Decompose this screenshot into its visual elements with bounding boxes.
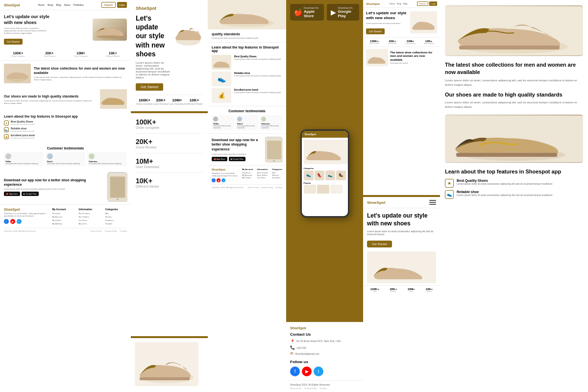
col6-feature-2: 👟 Reliable shoe Lorem ipsum dolor sit am… <box>445 190 583 199</box>
col5-previews: ShoeSpot HomeShopBlog Register Login Let… <box>363 0 440 392</box>
follow-twitter[interactable]: t <box>314 367 323 376</box>
nav-links: Home Shop Blog About Portfolios <box>38 3 83 6</box>
collection-desc: Lorem ipsum dolor sit amet, consectetur … <box>34 76 127 81</box>
feature-quality: ★ Best Quality Shoes Lorem ipsum dolor s… <box>4 120 127 125</box>
features-title: Learn about the top features in Shoespot… <box>4 115 127 118</box>
location-icon: 📍 <box>290 340 295 344</box>
collection-section: The latest shoe collections for men and … <box>0 61 131 86</box>
apple-store-big-btn[interactable]: 🍎 Download On Apple Store <box>290 4 324 21</box>
reliable-thumb: 👟 <box>212 72 231 86</box>
col6-quality-title: Our shoes are made to high quality stand… <box>445 91 583 98</box>
col3-apple-btn[interactable]: 🍎App Store <box>212 157 227 161</box>
copyright: ShoeSpot 2024, All Rights Reserved <box>4 230 36 232</box>
google-play-big-btn[interactable]: ▶ Download On Google Play <box>327 4 359 21</box>
col6-features-text: Learn about the top features in Shoespot… <box>445 168 583 198</box>
hamburger-menu[interactable] <box>429 199 436 206</box>
mini-register-btn[interactable]: Register <box>417 1 428 6</box>
top-shoe-showcase <box>445 5 583 56</box>
facebook-icon[interactable]: f <box>4 219 9 224</box>
col3-phone <box>265 137 282 162</box>
zoomed-hero-card: ShoeSpot Let's update our style with new… <box>131 0 208 111</box>
register-button[interactable]: Register <box>101 2 116 8</box>
hero-shoe-image <box>93 19 127 41</box>
phone-icon: 📞 <box>290 345 295 350</box>
login-button[interactable]: Login <box>117 2 127 8</box>
svg-rect-28 <box>456 153 557 157</box>
app-section: Download our app now for a better shoe s… <box>0 169 131 204</box>
col3-features: Learn about the top features in Shoespot… <box>208 43 286 106</box>
main-shoe-image-1 <box>445 5 583 56</box>
col6-collection-desc: Lorem ipsum dolor sit amet, consectetur … <box>445 78 583 87</box>
features-section: Learn about the top features in Shoespot… <box>0 112 131 144</box>
zoomed-brand: ShoeSpot <box>136 6 203 11</box>
col3-testimonials: Customer testimonials Tafibo Lorem ipsum… <box>208 106 286 133</box>
col3-google-btn[interactable]: ▶Google Play <box>229 157 245 161</box>
quality-desc: Lorem ipsum dolor sit amet, consectetur … <box>4 99 97 104</box>
stats-card-large: 100K+ Order complete 20K+ Good Review 10… <box>131 113 208 336</box>
col6-feature-1: ★ Best Quality Shoes Lorem ipsum dolor s… <box>445 179 583 188</box>
footer-section: ShoeSpot ShoeSpot is a comfortable, read… <box>0 204 131 235</box>
col6-collection-title: The latest shoe collections for men and … <box>445 61 583 76</box>
apple-icon-big: 🍎 <box>294 8 302 16</box>
price-thumb: 💰 <box>212 88 231 103</box>
testi-card-3: Valentino Lorem ipsum dolor sit amet con… <box>260 115 282 130</box>
col6-features-title: Learn about the top features in Shoespot… <box>445 168 583 175</box>
svg-rect-7 <box>111 177 124 197</box>
col1-full-preview: ShoeSpot Home Shop Blog About Portfolios… <box>0 0 131 392</box>
svg-point-1 <box>97 35 123 38</box>
svg-rect-17 <box>267 141 281 159</box>
google-play-btn[interactable]: ▶ Google Play <box>22 192 39 196</box>
hero-desc: Lorem ipsum dolor sit amet, consectetur … <box>4 27 48 34</box>
avatar-2 <box>47 153 53 159</box>
quality-text-section: quality standards Lorem ipsum dolor sit … <box>208 29 286 43</box>
quality-title: Our shoes are made to high quality stand… <box>4 94 97 98</box>
stat-lg-reviews: 20K+ Good Review <box>136 138 203 153</box>
stats-section: 100K+ Order complete 20K+ Good Review 10… <box>0 49 131 61</box>
phone-display: ShoeSpot Categories 👟 👠 🥿 🥾 Popular <box>300 129 349 218</box>
avatar-3 <box>89 153 95 159</box>
zoomed-hero-desc: Lorem ipsum dolor sit amet, consectetur … <box>136 61 171 79</box>
main-shoe-image-2 <box>445 114 583 163</box>
zoomed-hero-title: Let's update our style with new shoes <box>136 14 171 58</box>
col6-quality-icon: ★ <box>445 179 454 188</box>
follow-youtube[interactable]: ▶ <box>302 367 312 376</box>
mini-started-btn[interactable]: Get Started <box>366 28 385 34</box>
app-desc: Lorem ipsum dolor sit amet consectetur a… <box>4 188 104 190</box>
testi-card-1: Tafibo Lorem ipsum dolor sit amet consec… <box>212 115 234 130</box>
youtube-icon[interactable]: ▶ <box>10 219 15 224</box>
col4-contact: 🍎 Download On Apple Store ▶ Download On … <box>286 0 363 392</box>
zoomed-hero-shoe <box>173 14 203 48</box>
zoomed-cta-button[interactable]: Get Started <box>136 83 163 91</box>
phone-showcase: ShoeSpot Categories 👟 👠 🥿 🥾 Popular <box>286 24 363 322</box>
feature-reliable: 👟 Reliable shoe Lorem ipsum dolor sit am… <box>4 127 127 132</box>
phone-mockup <box>107 172 127 201</box>
contact-info: ShoeSpot Contact Us 📍 No 30 Burla Street… <box>286 322 363 360</box>
hero-section: Let's update our style with new shoes Lo… <box>0 10 131 49</box>
twitter-icon[interactable]: t <box>17 219 22 224</box>
follow-facebook[interactable]: f <box>290 367 300 376</box>
stat-lg-downloads: 10M+ User Download <box>136 157 203 173</box>
quality-section: Our shoes are made to high quality stand… <box>0 86 131 112</box>
mini-preview-2: ShoeSpot Let's update our style with new… <box>363 197 440 392</box>
get-started-button[interactable]: Get Started <box>4 39 23 45</box>
follow-section: Follow us f ▶ t <box>286 360 363 380</box>
app-store-section: 🍎 Download On Apple Store ▶ Download On … <box>286 0 363 24</box>
mini-login-btn[interactable]: Login <box>429 1 437 6</box>
stat-models: 10K+ Different Model <box>106 51 120 57</box>
collection-image <box>4 64 31 83</box>
svg-rect-12 <box>140 377 190 380</box>
hero-title: Let's update our style with new shoes <box>4 14 53 25</box>
col6-quality-desc: Lorem ipsum dolor sit amet, consectetur … <box>445 100 583 109</box>
price-icon: 💰 <box>4 134 9 139</box>
mini2-started-btn[interactable]: Get Started <box>367 241 392 247</box>
stat-lg-models: 10K+ Different Model <box>136 177 203 192</box>
avatar-1 <box>5 153 11 159</box>
svg-point-8 <box>117 198 119 200</box>
testimonial-1: Tafibo Lorem ipsum dolor sit amet consec… <box>4 152 44 166</box>
col4-footer-bottom: ShoeSpot 2024, All Rights Reserved Terms… <box>286 380 363 392</box>
quality-image <box>100 89 127 109</box>
apple-store-btn[interactable]: 🍎 App Store <box>4 192 20 196</box>
top-shoe-banner <box>208 0 286 29</box>
reliable-icon: 👟 <box>4 127 9 132</box>
app-title: Download our app now for a better shoe s… <box>4 178 104 187</box>
